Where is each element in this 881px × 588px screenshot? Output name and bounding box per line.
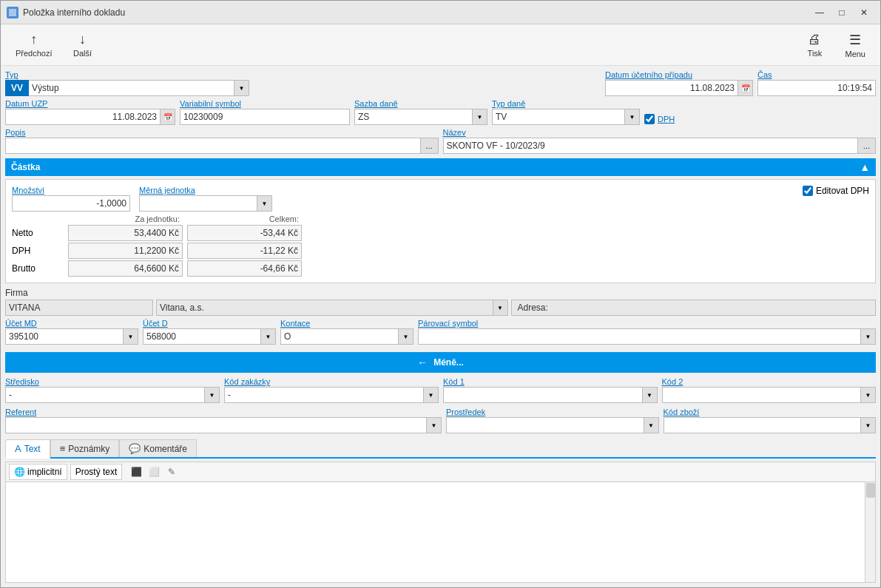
dph-checkbox[interactable] [644,114,655,124]
referent-dropdown[interactable]: ▼ [427,417,442,433]
kod2-input[interactable] [662,387,862,403]
dph-za-jed-input[interactable] [68,243,183,259]
menu-button[interactable]: ☰ Menu [836,27,874,64]
close-button[interactable]: ✕ [854,5,874,20]
popis-input[interactable] [5,138,421,154]
datum-uzp-label[interactable]: Datum UZP [5,99,175,108]
kod1-label[interactable]: Kód 1 [443,377,658,386]
editovat-dph-checkbox[interactable] [803,186,813,196]
brutto-celkem-input[interactable] [187,260,302,277]
nazev-label[interactable]: Název [443,128,877,137]
toolbar-icon-2[interactable]: ⬜ [146,464,162,480]
kod-zbozi-dropdown[interactable]: ▼ [861,417,876,433]
cas-label[interactable]: Čas [757,70,876,79]
parovaci-label[interactable]: Párovací symbol [418,319,876,328]
datum-ucetniho-input[interactable] [605,80,738,96]
netto-celkem-input[interactable] [187,225,302,241]
datum-uzp-calendar-btn[interactable]: 📅 [161,109,175,125]
prev-button[interactable]: ↑ Předchozí [7,27,61,64]
typ-label[interactable]: Typ [5,70,249,79]
ucet-d-label[interactable]: Účet D [143,319,276,328]
next-label: Další [73,49,92,58]
castka-inner: Množství Měrná jednotka ▼ [12,186,869,277]
prostredek-dropdown[interactable]: ▼ [644,417,659,433]
sazba-dane-input[interactable] [354,109,473,125]
typ-dropdown-btn[interactable]: ▼ [234,80,249,96]
kod1-dropdown[interactable]: ▼ [643,387,658,403]
cas-input[interactable] [757,80,876,96]
castka-collapse-btn[interactable]: ▲ [860,161,870,173]
kod-zbozi-label[interactable]: Kód zboží [664,408,877,416]
next-button[interactable]: ↓ Další [64,27,101,64]
firma-select-input[interactable] [156,300,493,316]
stredisko-input[interactable] [5,387,205,403]
dph-celkem-input[interactable] [187,243,302,259]
brutto-za-jed-input[interactable] [68,260,183,277]
mnozstvi-label[interactable]: Množství [12,186,130,195]
castka-title: Částka [11,162,40,172]
datum-ucetniho-calendar-btn[interactable]: 📅 [738,80,753,96]
prostredek-label[interactable]: Prostředek [446,408,659,416]
print-button[interactable]: 🖨 Tisk [796,27,833,64]
tab-komentare[interactable]: 💬 Komentáře [119,439,197,457]
firma-select-dropdown[interactable]: ▼ [493,300,508,316]
netto-za-jed-input[interactable] [68,225,183,241]
kod-zbozi-input[interactable] [664,417,862,433]
kod2-dropdown[interactable]: ▼ [861,387,876,403]
stredisko-dropdown[interactable]: ▼ [205,387,220,403]
tab-text[interactable]: A Text [5,439,50,459]
ucet-md-dropdown[interactable]: ▼ [124,328,138,345]
typ-input[interactable] [29,80,234,96]
mnozstvi-input[interactable] [12,195,130,212]
ucet-d-input[interactable] [143,328,261,345]
minimize-button[interactable]: — [809,5,830,20]
kod-zakazky-label[interactable]: Kód zakázky [224,377,439,386]
merna-jednotka-input-row: ▼ [139,195,272,212]
stredisko-label[interactable]: Středisko [5,377,220,386]
nazev-dots-btn[interactable]: … [858,138,876,154]
tab-poznamky-icon: ≡ [60,443,66,454]
sazba-dane-dropdown[interactable]: ▼ [473,109,487,125]
prose-button[interactable]: Prostý text [70,464,123,480]
toolbar-icon-3[interactable]: ✎ [163,464,180,480]
variabilni-label[interactable]: Variabilní symbol [180,99,350,108]
kod1-input[interactable] [443,387,643,403]
datum-uzp-input[interactable] [5,109,161,125]
maximize-button[interactable]: □ [831,5,852,20]
lang-button[interactable]: 🌐 implicitní [9,464,67,480]
typ-dane-input[interactable] [492,109,625,125]
prostredek-input[interactable] [446,417,644,433]
kod2-label[interactable]: Kód 2 [662,377,877,386]
kontace-input[interactable] [280,328,399,345]
toolbar-icon-1[interactable]: ⬛ [128,464,144,480]
kod-zakazky-input[interactable] [224,387,424,403]
referent-label[interactable]: Referent [5,408,442,416]
mene-bar[interactable]: ← Méně... [5,352,876,373]
kontace-dropdown[interactable]: ▼ [399,328,414,345]
ucet-md-label[interactable]: Účet MD [5,319,138,328]
parovaci-input[interactable] [418,328,861,345]
referent-input[interactable] [5,417,427,433]
kontace-label[interactable]: Kontace [280,319,414,328]
dph-label[interactable]: DPH [658,115,675,124]
kod-zakazky-dropdown[interactable]: ▼ [424,387,439,403]
popis-label[interactable]: Popis [5,128,439,137]
firma-input[interactable] [5,300,153,316]
nazev-input[interactable] [443,138,859,154]
typ-dane-label[interactable]: Typ daně [492,99,640,108]
merna-jednotka-dropdown[interactable]: ▼ [257,195,272,212]
datum-ucetniho-label[interactable]: Datum účetního případu [605,70,753,79]
parovaci-dropdown[interactable]: ▼ [861,328,876,345]
sazba-dane-label[interactable]: Sazba daně [354,99,487,108]
ucet-md-input[interactable] [5,328,124,345]
tab-poznamky[interactable]: ≡ Poznámky [50,439,120,457]
variabilni-input[interactable] [180,109,350,125]
typ-dane-dropdown[interactable]: ▼ [625,109,640,125]
text-editor[interactable] [5,481,876,583]
merna-jednotka-input[interactable] [139,195,257,212]
ucet-d-dropdown[interactable]: ▼ [261,328,276,345]
scrollbar-v[interactable] [865,482,875,582]
popis-dots-btn[interactable]: … [421,138,439,154]
tab-text-content: 🌐 implicitní Prostý text ⬛ ⬜ ✎ [5,462,876,583]
merna-jednotka-label[interactable]: Měrná jednotka [139,186,272,195]
